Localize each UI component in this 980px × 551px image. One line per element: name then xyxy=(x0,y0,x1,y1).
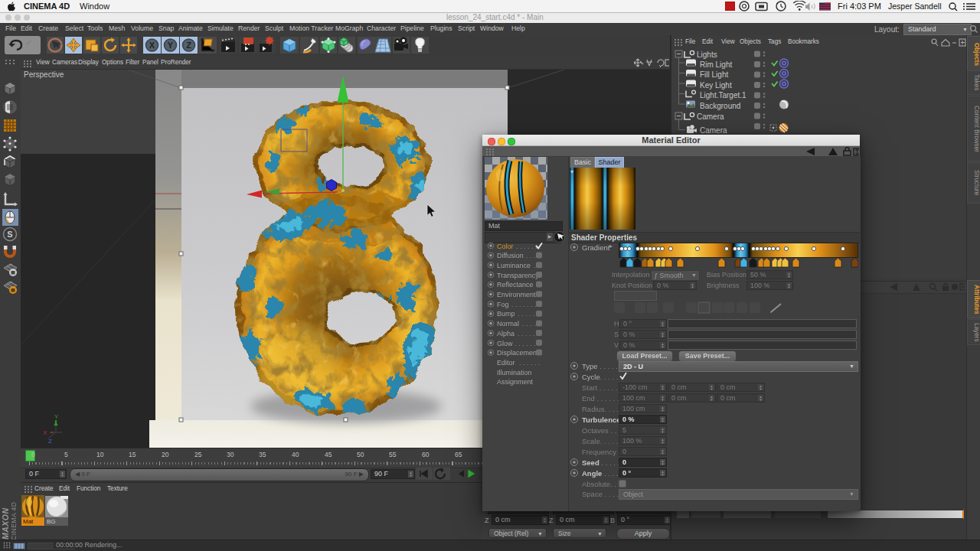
svg-text:Editor: Editor xyxy=(497,359,515,367)
svg-text:. . . . . .: . . . . . . xyxy=(518,310,539,318)
svg-text:Background: Background xyxy=(700,102,740,110)
svg-text:Environment: Environment xyxy=(497,291,536,298)
svg-text:Fog: Fog xyxy=(497,301,509,308)
svg-text:. . . . . .: . . . . . . xyxy=(519,359,541,367)
svg-text:. . . . . .: . . . . . . xyxy=(518,330,539,337)
svg-text:Z: Z xyxy=(48,438,52,445)
svg-text:Illumination: Illumination xyxy=(497,369,532,377)
svg-text:Rim Light: Rim Light xyxy=(700,60,732,69)
svg-text:. . . . . . .: . . . . . . . xyxy=(514,340,540,347)
svg-text:. . . . . . .: . . . . . . . xyxy=(511,301,537,308)
svg-text:Displacement: Displacement xyxy=(497,349,539,357)
svg-text:Transparency: Transparency xyxy=(497,272,539,279)
svg-text:Key Light: Key Light xyxy=(700,81,732,90)
svg-text:Luminance: Luminance xyxy=(497,262,531,269)
svg-text:Color: Color xyxy=(497,243,514,250)
svg-text:Glow: Glow xyxy=(497,340,513,347)
svg-text:Camera: Camera xyxy=(700,126,727,135)
svg-text:X: X xyxy=(43,429,47,436)
svg-text:Lights: Lights xyxy=(697,51,717,59)
svg-text:Alpha: Alpha xyxy=(497,330,514,337)
svg-text:Assignment: Assignment xyxy=(497,378,534,386)
svg-text:Fill Light: Fill Light xyxy=(700,70,728,79)
svg-text:Y: Y xyxy=(54,413,59,420)
svg-text:Bump: Bump xyxy=(497,310,515,318)
svg-text:Camera: Camera xyxy=(697,112,724,121)
svg-text:Diffusion: Diffusion xyxy=(497,252,524,259)
svg-text:Normal: Normal xyxy=(497,320,519,328)
svg-text:S: S xyxy=(7,230,12,239)
svg-text:Light.Target.1: Light.Target.1 xyxy=(700,91,746,99)
svg-text:Reflectance: Reflectance xyxy=(497,281,534,289)
